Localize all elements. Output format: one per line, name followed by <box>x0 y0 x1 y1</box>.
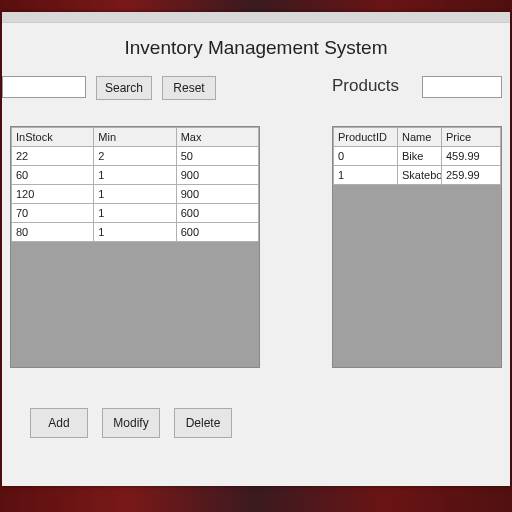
products-label: Products <box>332 76 399 96</box>
cell[interactable]: 1 <box>94 185 176 204</box>
cell[interactable]: 900 <box>176 185 258 204</box>
cell[interactable]: Skateboard <box>398 166 442 185</box>
parts-actions: Add Modify Delete <box>30 408 232 438</box>
cell[interactable]: 459.99 <box>442 147 501 166</box>
cell[interactable]: 1 <box>334 166 398 185</box>
search-button[interactable]: Search <box>96 76 152 100</box>
table-row[interactable]: 22250 <box>12 147 259 166</box>
add-button[interactable]: Add <box>30 408 88 438</box>
col-name[interactable]: Name <box>398 128 442 147</box>
col-max[interactable]: Max <box>176 128 258 147</box>
content-area: Search Reset Products InStock Min Max <box>2 76 510 486</box>
app-window: Inventory Management System Search Reset… <box>2 12 510 486</box>
modify-button[interactable]: Modify <box>102 408 160 438</box>
parts-grid[interactable]: InStock Min Max 222506019001201900701600… <box>10 126 260 368</box>
col-instock[interactable]: InStock <box>12 128 94 147</box>
cell[interactable]: Bike <box>398 147 442 166</box>
col-min[interactable]: Min <box>94 128 176 147</box>
products-grid[interactable]: ProductID Name Price 0Bike459.991Skatebo… <box>332 126 502 368</box>
cell[interactable]: 50 <box>176 147 258 166</box>
cell[interactable]: 1 <box>94 223 176 242</box>
cell[interactable]: 70 <box>12 204 94 223</box>
table-row[interactable]: 1201900 <box>12 185 259 204</box>
table-row[interactable]: 0Bike459.99 <box>334 147 501 166</box>
table-row[interactable]: 701600 <box>12 204 259 223</box>
products-header-row: ProductID Name Price <box>334 128 501 147</box>
table-row[interactable]: 601900 <box>12 166 259 185</box>
cell[interactable]: 1 <box>94 166 176 185</box>
title-bar <box>2 12 510 23</box>
cell[interactable]: 600 <box>176 223 258 242</box>
cell[interactable]: 900 <box>176 166 258 185</box>
cell[interactable]: 60 <box>12 166 94 185</box>
cell[interactable]: 600 <box>176 204 258 223</box>
col-productid[interactable]: ProductID <box>334 128 398 147</box>
cell[interactable]: 259.99 <box>442 166 501 185</box>
products-panel: ProductID Name Price 0Bike459.991Skatebo… <box>332 98 502 368</box>
cell[interactable]: 1 <box>94 204 176 223</box>
reset-button[interactable]: Reset <box>162 76 216 100</box>
cell[interactable]: 120 <box>12 185 94 204</box>
parts-panel: InStock Min Max 222506019001201900701600… <box>10 98 260 368</box>
table-row[interactable]: 801600 <box>12 223 259 242</box>
cell[interactable]: 0 <box>334 147 398 166</box>
parts-header-row: InStock Min Max <box>12 128 259 147</box>
cell[interactable]: 80 <box>12 223 94 242</box>
parts-search-input[interactable] <box>2 76 86 98</box>
products-search-input[interactable] <box>422 76 502 98</box>
col-price[interactable]: Price <box>442 128 501 147</box>
page-title: Inventory Management System <box>2 37 510 59</box>
table-row[interactable]: 1Skateboard259.99 <box>334 166 501 185</box>
delete-button[interactable]: Delete <box>174 408 232 438</box>
cell[interactable]: 22 <box>12 147 94 166</box>
cell[interactable]: 2 <box>94 147 176 166</box>
